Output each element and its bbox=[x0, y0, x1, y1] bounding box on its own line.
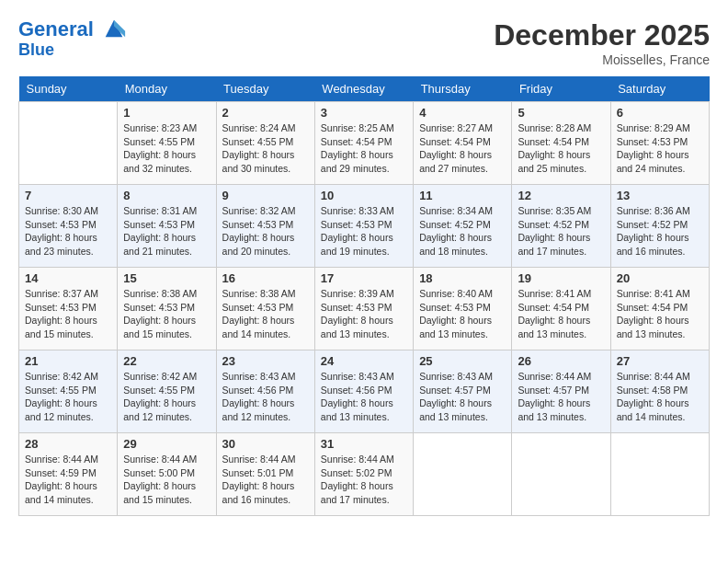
day-info: Sunrise: 8:44 AMSunset: 5:01 PMDaylight:… bbox=[222, 453, 309, 507]
calendar-table: SundayMondayTuesdayWednesdayThursdayFrid… bbox=[18, 76, 710, 516]
day-number: 20 bbox=[617, 271, 703, 285]
calendar-cell: 9Sunrise: 8:32 AMSunset: 4:53 PMDaylight… bbox=[216, 185, 314, 268]
location: Moisselles, France bbox=[494, 52, 710, 67]
day-number: 22 bbox=[123, 354, 210, 368]
calendar-cell: 3Sunrise: 8:25 AMSunset: 4:54 PMDaylight… bbox=[314, 102, 413, 185]
calendar-cell: 26Sunrise: 8:44 AMSunset: 4:57 PMDayligh… bbox=[512, 350, 610, 433]
calendar-cell: 11Sunrise: 8:34 AMSunset: 4:52 PMDayligh… bbox=[414, 185, 512, 268]
day-info: Sunrise: 8:40 AMSunset: 4:53 PMDaylight:… bbox=[419, 287, 506, 341]
calendar-cell bbox=[512, 433, 610, 516]
day-number: 24 bbox=[321, 354, 407, 368]
day-info: Sunrise: 8:34 AMSunset: 4:52 PMDaylight:… bbox=[419, 204, 506, 259]
calendar-cell: 7Sunrise: 8:30 AMSunset: 4:53 PMDaylight… bbox=[19, 185, 118, 268]
day-number: 26 bbox=[518, 354, 604, 368]
day-number: 29 bbox=[123, 437, 210, 451]
calendar-cell: 19Sunrise: 8:41 AMSunset: 4:54 PMDayligh… bbox=[512, 268, 610, 350]
day-number: 16 bbox=[222, 271, 309, 285]
day-info: Sunrise: 8:44 AMSunset: 4:57 PMDaylight:… bbox=[518, 370, 604, 424]
day-info: Sunrise: 8:25 AMSunset: 4:54 PMDaylight:… bbox=[321, 121, 407, 176]
day-info: Sunrise: 8:39 AMSunset: 4:53 PMDaylight:… bbox=[321, 287, 407, 341]
calendar-cell: 2Sunrise: 8:24 AMSunset: 4:55 PMDaylight… bbox=[216, 102, 314, 185]
day-number: 8 bbox=[123, 189, 210, 202]
day-info: Sunrise: 8:33 AMSunset: 4:53 PMDaylight:… bbox=[321, 204, 407, 259]
day-info: Sunrise: 8:32 AMSunset: 4:53 PMDaylight:… bbox=[222, 204, 309, 259]
calendar-cell: 13Sunrise: 8:36 AMSunset: 4:52 PMDayligh… bbox=[610, 185, 709, 268]
calendar-cell: 4Sunrise: 8:27 AMSunset: 4:54 PMDaylight… bbox=[414, 102, 512, 185]
day-number: 3 bbox=[321, 106, 407, 120]
day-number: 12 bbox=[518, 189, 604, 202]
day-number: 27 bbox=[617, 354, 703, 368]
calendar-cell: 20Sunrise: 8:41 AMSunset: 4:54 PMDayligh… bbox=[610, 268, 709, 350]
day-number: 17 bbox=[321, 271, 407, 285]
day-number: 11 bbox=[419, 189, 506, 202]
day-info: Sunrise: 8:30 AMSunset: 4:53 PMDaylight:… bbox=[25, 204, 111, 259]
day-number: 14 bbox=[25, 271, 111, 285]
day-info: Sunrise: 8:42 AMSunset: 4:55 PMDaylight:… bbox=[123, 370, 210, 424]
day-number: 28 bbox=[25, 437, 111, 451]
day-number: 23 bbox=[222, 354, 309, 368]
day-info: Sunrise: 8:41 AMSunset: 4:54 PMDaylight:… bbox=[518, 287, 604, 341]
day-info: Sunrise: 8:44 AMSunset: 5:00 PMDaylight:… bbox=[123, 453, 210, 507]
weekday-header: Saturday bbox=[610, 76, 709, 102]
calendar-week-row: 7Sunrise: 8:30 AMSunset: 4:53 PMDaylight… bbox=[19, 185, 710, 268]
day-number: 30 bbox=[222, 437, 309, 451]
day-info: Sunrise: 8:41 AMSunset: 4:54 PMDaylight:… bbox=[617, 287, 703, 341]
day-info: Sunrise: 8:27 AMSunset: 4:54 PMDaylight:… bbox=[419, 121, 506, 176]
day-number: 7 bbox=[25, 189, 111, 202]
calendar-cell: 30Sunrise: 8:44 AMSunset: 5:01 PMDayligh… bbox=[216, 433, 314, 516]
calendar-cell: 6Sunrise: 8:29 AMSunset: 4:53 PMDaylight… bbox=[610, 102, 709, 185]
day-info: Sunrise: 8:36 AMSunset: 4:52 PMDaylight:… bbox=[617, 204, 703, 259]
calendar-cell: 16Sunrise: 8:38 AMSunset: 4:53 PMDayligh… bbox=[216, 268, 314, 350]
day-info: Sunrise: 8:24 AMSunset: 4:55 PMDaylight:… bbox=[222, 121, 309, 176]
title-area: December 2025 Moisselles, France bbox=[494, 18, 710, 67]
calendar-cell bbox=[610, 433, 709, 516]
weekday-header: Thursday bbox=[414, 76, 512, 102]
day-number: 10 bbox=[321, 189, 407, 202]
month-title: December 2025 bbox=[494, 18, 710, 52]
day-number: 31 bbox=[321, 437, 407, 451]
day-number: 25 bbox=[419, 354, 506, 368]
calendar-cell: 21Sunrise: 8:42 AMSunset: 4:55 PMDayligh… bbox=[19, 350, 118, 433]
day-info: Sunrise: 8:43 AMSunset: 4:57 PMDaylight:… bbox=[419, 370, 506, 424]
logo-text: General bbox=[18, 18, 127, 41]
calendar-cell bbox=[414, 433, 512, 516]
logo-blue: Blue bbox=[18, 41, 127, 60]
day-number: 4 bbox=[419, 106, 506, 120]
day-info: Sunrise: 8:28 AMSunset: 4:54 PMDaylight:… bbox=[518, 121, 604, 176]
calendar-week-row: 14Sunrise: 8:37 AMSunset: 4:53 PMDayligh… bbox=[19, 268, 710, 350]
day-number: 1 bbox=[123, 106, 210, 120]
calendar-cell: 18Sunrise: 8:40 AMSunset: 4:53 PMDayligh… bbox=[414, 268, 512, 350]
weekday-header: Sunday bbox=[19, 76, 118, 102]
weekday-header: Wednesday bbox=[314, 76, 413, 102]
weekday-header: Friday bbox=[512, 76, 610, 102]
day-number: 15 bbox=[123, 271, 210, 285]
day-number: 5 bbox=[518, 106, 604, 120]
calendar-cell: 27Sunrise: 8:44 AMSunset: 4:58 PMDayligh… bbox=[610, 350, 709, 433]
day-info: Sunrise: 8:35 AMSunset: 4:52 PMDaylight:… bbox=[518, 204, 604, 259]
day-info: Sunrise: 8:23 AMSunset: 4:55 PMDaylight:… bbox=[123, 121, 210, 176]
calendar-week-row: 1Sunrise: 8:23 AMSunset: 4:55 PMDaylight… bbox=[19, 102, 710, 185]
logo: General Blue bbox=[18, 18, 127, 60]
day-number: 21 bbox=[25, 354, 111, 368]
calendar-cell: 5Sunrise: 8:28 AMSunset: 4:54 PMDaylight… bbox=[512, 102, 610, 185]
day-number: 19 bbox=[518, 271, 604, 285]
calendar-cell bbox=[19, 102, 118, 185]
weekday-header-row: SundayMondayTuesdayWednesdayThursdayFrid… bbox=[19, 76, 710, 102]
calendar-cell: 29Sunrise: 8:44 AMSunset: 5:00 PMDayligh… bbox=[118, 433, 216, 516]
day-info: Sunrise: 8:44 AMSunset: 4:58 PMDaylight:… bbox=[617, 370, 703, 424]
weekday-header: Tuesday bbox=[216, 76, 314, 102]
day-info: Sunrise: 8:37 AMSunset: 4:53 PMDaylight:… bbox=[25, 287, 111, 341]
day-info: Sunrise: 8:38 AMSunset: 4:53 PMDaylight:… bbox=[123, 287, 210, 341]
calendar-week-row: 21Sunrise: 8:42 AMSunset: 4:55 PMDayligh… bbox=[19, 350, 710, 433]
calendar-cell: 12Sunrise: 8:35 AMSunset: 4:52 PMDayligh… bbox=[512, 185, 610, 268]
calendar-cell: 24Sunrise: 8:43 AMSunset: 4:56 PMDayligh… bbox=[314, 350, 413, 433]
calendar-cell: 22Sunrise: 8:42 AMSunset: 4:55 PMDayligh… bbox=[118, 350, 216, 433]
calendar-cell: 8Sunrise: 8:31 AMSunset: 4:53 PMDaylight… bbox=[118, 185, 216, 268]
day-info: Sunrise: 8:43 AMSunset: 4:56 PMDaylight:… bbox=[222, 370, 309, 424]
day-number: 6 bbox=[617, 106, 703, 120]
calendar-cell: 25Sunrise: 8:43 AMSunset: 4:57 PMDayligh… bbox=[414, 350, 512, 433]
day-number: 2 bbox=[222, 106, 309, 120]
day-info: Sunrise: 8:44 AMSunset: 4:59 PMDaylight:… bbox=[25, 453, 111, 507]
day-info: Sunrise: 8:38 AMSunset: 4:53 PMDaylight:… bbox=[222, 287, 309, 341]
calendar-cell: 14Sunrise: 8:37 AMSunset: 4:53 PMDayligh… bbox=[19, 268, 118, 350]
